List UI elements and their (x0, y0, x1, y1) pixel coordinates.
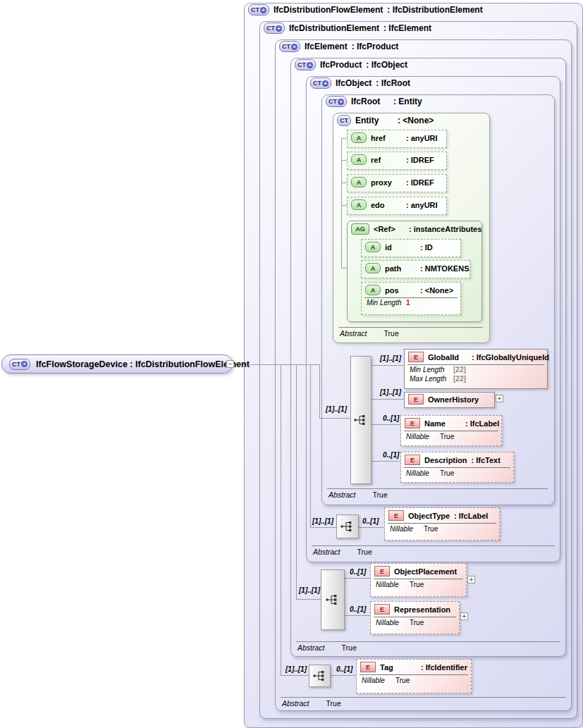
type-name: Entity (355, 116, 393, 125)
header-ifcdistributionflowelement[interactable]: CT+ IfcDistributionFlowElement : IfcDist… (248, 4, 483, 16)
cardinality: 0..[1] (350, 568, 366, 576)
connector-line (296, 599, 321, 600)
base-type: : IfcRoot (376, 78, 410, 88)
header-ifcobject[interactable]: CT+ IfcObject : IfcRoot (310, 78, 410, 89)
attribute-icon: A (351, 132, 367, 143)
complex-type-icon: CT+ (9, 359, 30, 370)
connector-line (296, 364, 297, 599)
abstract-row-ifcobject: AbstractTrue (313, 548, 372, 556)
expand-toggle[interactable]: + (496, 395, 503, 402)
attribute-pos[interactable]: Apos: <None> Min Length1 (361, 282, 461, 315)
sequence-icon (340, 520, 355, 533)
sequence-icon (353, 414, 369, 426)
header-ifcelement[interactable]: CT+ IfcElement : IfcProduct (279, 41, 398, 52)
facet-min-length: Min Length1 (362, 298, 460, 307)
header-ifcroot[interactable]: CT+ IfcRoot : Entity (326, 96, 422, 107)
expand-toggle[interactable]: + (467, 576, 475, 584)
element-icon: E (408, 352, 424, 362)
element-globalid[interactable]: EGlobalId: IfcGloballyUniqueId Min Lengt… (404, 349, 548, 389)
plus-icon: + (260, 7, 266, 13)
attribute-edo[interactable]: Aedo: anyURI (347, 197, 447, 215)
sequence-indicator (321, 569, 345, 630)
attribute-proxy[interactable]: Aproxy: IDREF (347, 174, 447, 192)
attribute-href[interactable]: Ahref: anyURI (347, 130, 447, 148)
attribute-icon: A (365, 242, 381, 252)
plus-icon: + (307, 62, 313, 68)
element-name[interactable]: EName: IfcLabel NillableTrue (400, 415, 502, 446)
connector-line (370, 399, 404, 400)
plus-icon: + (276, 25, 282, 32)
expand-toggle[interactable]: + (460, 612, 468, 620)
element-objectplacement[interactable]: EObjectPlacement NillableTrue (370, 563, 467, 597)
plus-icon: + (338, 99, 344, 105)
attribute-path[interactable]: Apath: NMTOKENS (361, 260, 470, 278)
connector-line (357, 527, 385, 528)
sequence-icon (325, 593, 340, 606)
connector-line (370, 424, 401, 425)
plus-icon: + (291, 44, 297, 50)
header-entity[interactable]: CT Entity : <None> (337, 115, 434, 126)
attribute-icon: A (351, 199, 367, 210)
element-type: : IfcText (472, 456, 501, 464)
element-tag[interactable]: ETag: IfcIdentifier NillableTrue (356, 659, 472, 693)
abstract-row-ifcroot: AbstractTrue (329, 491, 388, 499)
abstract-row-ifcelement: AbstractTrue (282, 699, 341, 708)
element-objecttype[interactable]: EObjectType: IfcLabel NillableTrue (384, 507, 500, 541)
attribute-group-icon: AG (351, 223, 369, 235)
connector-line (343, 578, 371, 579)
element-type: : IfcIdentifier (421, 663, 467, 672)
attribute-type: : anyURI (406, 134, 438, 142)
cardinality: 0..[1] (350, 605, 366, 613)
sequence-icon (312, 670, 328, 682)
attribute-id[interactable]: Aid: ID (361, 239, 461, 257)
element-icon: E (405, 418, 420, 428)
element-name: Name (424, 419, 461, 428)
attribute-name: proxy (371, 178, 402, 187)
element-name: OwnerHistory (428, 395, 479, 404)
attribute-icon: A (351, 177, 367, 187)
complex-type-icon: CT+ (248, 4, 269, 16)
attribute-name: edo (371, 201, 402, 209)
collapse-toggle[interactable]: − (226, 360, 234, 368)
element-ownerhistory[interactable]: EOwnerHistory (404, 392, 495, 408)
header-ifcdistributionelement[interactable]: CT+ IfcDistributionElement : IfcElement (264, 23, 431, 34)
plus-icon: + (21, 361, 27, 367)
attribute-name: ref (371, 156, 402, 164)
element-description[interactable]: EDescription: IfcText NillableTrue (400, 452, 514, 483)
element-type: : IfcLabel (465, 419, 499, 428)
type-name: IfcDistributionFlowElement (274, 5, 383, 15)
attribute-icon: A (351, 154, 367, 165)
type-name: IfcDistributionElement (289, 23, 379, 33)
connector-line (370, 365, 404, 366)
connector-line (319, 418, 351, 419)
header-ifcproduct[interactable]: CT+ IfcProduct : IfcObject (295, 59, 407, 70)
attribute-group-type: : instanceAttributes (409, 225, 481, 233)
attribute-group-header: AG <Ref> : instanceAttributes (351, 223, 481, 235)
attribute-name: path (385, 264, 416, 273)
complex-type-icon: CT+ (279, 41, 300, 52)
cardinality: [1]..[1] (299, 586, 320, 594)
attribute-icon: A (365, 285, 381, 295)
root-element-ifcflowstoragedevice[interactable]: CT+ IfcFlowStorageDevice : IfcDistributi… (1, 354, 233, 374)
attribute-ref[interactable]: Aref: IDREF (347, 152, 447, 170)
plus-icon: + (322, 80, 329, 87)
attribute-group-name: <Ref> (374, 225, 405, 233)
base-type: : IfcProduct (352, 42, 399, 51)
connector-line (343, 615, 371, 616)
element-name: GlobalId (428, 353, 467, 362)
base-type: : IfcDistributionElement (387, 5, 482, 15)
divider (327, 488, 548, 489)
element-type: : IfcLabel (454, 512, 488, 520)
connector-line (329, 675, 357, 676)
element-name: Representation (394, 605, 450, 614)
type-name: IfcProduct (320, 60, 362, 70)
abstract-row-ifcproduct: AbstractTrue (297, 643, 357, 652)
element-representation[interactable]: ERepresentation NillableTrue (370, 601, 460, 634)
divider (312, 545, 555, 546)
element-icon: E (360, 662, 376, 672)
base-type: : IfcObject (366, 60, 407, 70)
cardinality: 0..[1] (383, 414, 399, 422)
complex-type-icon: CT+ (310, 78, 331, 89)
element-name: ObjectType (408, 512, 450, 520)
cardinality: [1]..[1] (380, 388, 401, 396)
